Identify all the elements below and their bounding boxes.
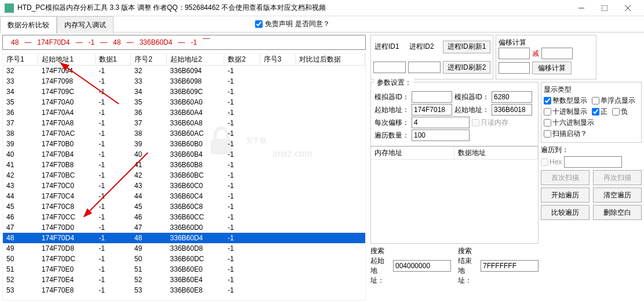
table-row[interactable]: 38174F70AC-138336B60AC-1 (3, 128, 365, 139)
col-addr1[interactable]: 起始地址1 (38, 54, 96, 66)
data-table[interactable]: 序号1 起始地址1 数据1 序号2 起始地址2 数据2 序号3 对比过后数据 3… (2, 53, 366, 301)
table-row[interactable]: 37174F70A8-137336B60A8-1 (3, 118, 365, 128)
hex-checkbox[interactable]: Hex (541, 158, 562, 166)
simid2-input[interactable] (492, 91, 532, 103)
offset-a-input[interactable] (499, 48, 530, 59)
hex16-checkbox[interactable]: 十六进制显示 (544, 118, 594, 128)
again-scan-button[interactable]: 再次扫描 (593, 170, 642, 185)
offset-legend: 偏移计算 (499, 38, 594, 48)
minimize-button[interactable] (570, 1, 593, 15)
table-row[interactable]: 49174F70D8-149336B60D8-1 (3, 243, 365, 254)
pos-checkbox[interactable]: 正 (592, 107, 607, 117)
col-cmp[interactable]: 对比过后数据 (296, 54, 365, 66)
pid1-label: 进程ID1 (373, 42, 406, 52)
float-checkbox[interactable]: 单浮点显示 (592, 96, 635, 106)
offset-result-input[interactable] (499, 62, 530, 74)
simid1-input[interactable] (412, 91, 452, 103)
start-traverse-button[interactable]: 开始遍历 (541, 187, 590, 203)
table-row[interactable]: 48174F70D4-148336B60D4-1 (3, 233, 365, 243)
pid-refresh2-button[interactable]: 进程ID刷新2 (443, 61, 490, 74)
memlist-col2: 数据地址 (454, 147, 538, 159)
table-row[interactable]: 35174F70A0-135336B60A0-1 (3, 97, 365, 107)
table-row[interactable]: 43174F70C0-143336B60C0-1 (3, 181, 365, 191)
dec-checkbox[interactable]: 十进制显示 (544, 107, 587, 117)
offset-b-input[interactable] (541, 48, 573, 59)
col-seq1[interactable]: 序号1 (3, 54, 38, 66)
search-end-label: 搜索结束地址： (458, 246, 478, 286)
params-legend: 参数设置： (374, 78, 414, 88)
offset-input[interactable] (412, 117, 470, 128)
svg-rect-1 (602, 5, 607, 11)
cmp-traverse-button[interactable]: 比较遍历 (541, 205, 590, 220)
table-row[interactable]: 46174F70CC-146336B60CC-1 (3, 212, 365, 222)
col-data2[interactable]: 数据2 (224, 54, 260, 66)
pid1-input[interactable] (373, 62, 406, 73)
col-addr2[interactable]: 起始地址2 (166, 54, 224, 66)
table-row[interactable]: 50174F70DC-150336B60DC-1 (3, 254, 365, 264)
disclaimer-question: 是否同意？ (295, 19, 330, 29)
traverse-to-input[interactable] (564, 156, 622, 168)
selected-row-summary: 48—174F70D4—-1—48—336B60D4—-1— (2, 35, 366, 50)
close-button[interactable] (616, 1, 639, 15)
traverse-to-label: 遍历到： (541, 145, 642, 155)
pid2-input[interactable] (408, 62, 441, 73)
memory-list[interactable]: 内存地址 数据地址 (370, 146, 539, 244)
pid2-label: 进程ID2 (408, 42, 441, 52)
start2-input[interactable] (492, 104, 532, 116)
table-row[interactable]: 41174F70B8-141336B60B8-1 (3, 160, 365, 170)
table-row[interactable]: 32174F7094-132336B6094-1 (3, 66, 365, 76)
table-row[interactable]: 44174F70C4-144336B60C4-1 (3, 191, 365, 201)
readonly-checkbox[interactable]: 只读内存 (472, 118, 508, 128)
table-row[interactable]: 34174F709C-134336B609C-1 (3, 86, 365, 97)
table-row[interactable]: 33174F7098-133336B6098-1 (3, 76, 365, 86)
table-row[interactable]: 45174F70C8-145336B60C8-1 (3, 201, 365, 212)
table-row[interactable]: 47174F70D0-147336B60D0-1 (3, 222, 365, 233)
table-row[interactable]: 36174F70A4-136336B60A4-1 (3, 107, 365, 118)
tab-mem-write[interactable]: 内存写入调试 (57, 16, 114, 34)
disp-legend: 显示类型 (544, 85, 639, 95)
first-scan-button[interactable]: 首次扫描 (541, 170, 590, 185)
table-row[interactable]: 53174F70E8-153336B60E8-1 (3, 285, 365, 295)
maximize-button[interactable] (593, 1, 616, 15)
col-data1[interactable]: 数据1 (95, 54, 130, 66)
search-end-input[interactable] (481, 260, 539, 272)
offset-minus-label: 减 (532, 49, 539, 59)
del-blank-button[interactable]: 删除空白 (593, 205, 642, 220)
memlist-col1: 内存地址 (371, 147, 454, 159)
scan-checkbox[interactable]: 扫描启动？ (544, 129, 587, 139)
search-start-label: 搜索起始地址： (370, 246, 391, 286)
int-checkbox[interactable]: 整数型显示 (544, 96, 587, 106)
neg-checkbox[interactable]: 负 (612, 107, 628, 117)
table-row[interactable]: 42174F70BC-142336B60BC-1 (3, 170, 365, 181)
search-start-input[interactable] (393, 260, 451, 272)
table-row[interactable]: 51174F70E0-151336B60E0-1 (3, 264, 365, 275)
table-row[interactable]: 39174F70B0-139336B60B0-1 (3, 139, 365, 149)
table-row[interactable]: 52174F70E4-152336B60E4-1 (3, 275, 365, 285)
offset-calc-button[interactable]: 偏移计算 (532, 62, 572, 74)
app-icon (5, 3, 14, 13)
tab-data-compare[interactable]: 数据分析比较 (0, 16, 57, 34)
window-title: HTD_PC模拟器内存分析工具 3.3 版本 调整 作者QQ：952684462… (17, 3, 570, 13)
clear-traverse-button[interactable]: 清空遍历 (593, 187, 642, 203)
col-seq3[interactable]: 序号3 (260, 54, 295, 66)
start1-input[interactable] (412, 104, 452, 116)
pid-refresh1-button[interactable]: 进程ID刷新1 (443, 41, 490, 53)
table-row[interactable]: 40174F70B4-140336B60B4-1 (3, 149, 365, 160)
count-input[interactable] (412, 129, 470, 141)
disclaimer-checkbox[interactable]: 免责声明 (255, 19, 293, 29)
col-seq2[interactable]: 序号2 (131, 54, 166, 66)
